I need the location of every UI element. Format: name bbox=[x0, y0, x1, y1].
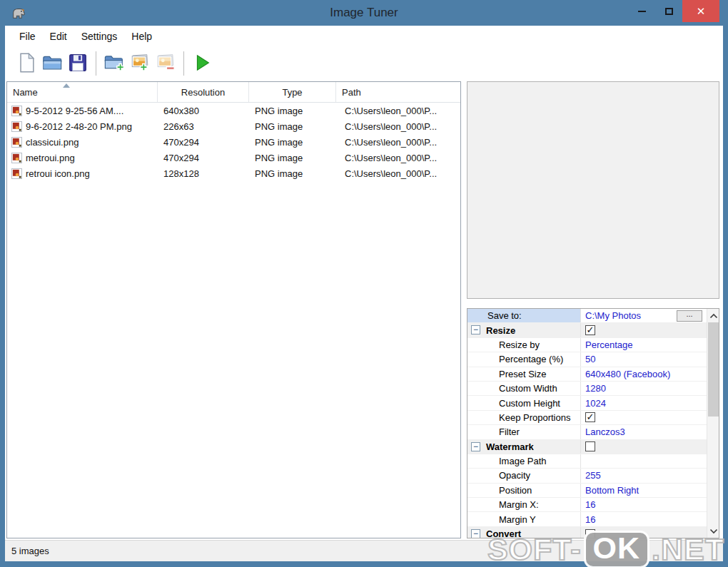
file-path: C:\Users\leon_000\P... bbox=[336, 137, 460, 148]
property-value[interactable]: 1024 bbox=[585, 398, 606, 409]
property-row-save-to[interactable]: Save to:C:\My Photos... bbox=[467, 309, 707, 323]
checkbox[interactable] bbox=[585, 441, 595, 451]
table-row[interactable]: 9-6-2012 2-48-20 PM.png226x63PNG imageC:… bbox=[7, 118, 460, 134]
image-file-icon bbox=[11, 168, 22, 179]
property-row-watermark[interactable]: −Watermark bbox=[467, 440, 707, 454]
file-path: C:\Users\leon_000\P... bbox=[336, 121, 460, 132]
property-row-percentage[interactable]: Percentage (%)50 bbox=[467, 352, 707, 367]
collapse-toggle-icon[interactable]: − bbox=[471, 442, 480, 451]
property-value[interactable]: 1280 bbox=[585, 383, 606, 394]
checkbox[interactable]: ✓ bbox=[585, 412, 595, 422]
checkbox[interactable] bbox=[585, 529, 595, 538]
toolbar bbox=[5, 47, 723, 80]
collapse-toggle-icon[interactable]: − bbox=[471, 529, 480, 538]
property-label: Filter bbox=[499, 426, 520, 437]
column-header-path[interactable]: Path bbox=[336, 82, 460, 102]
property-value[interactable]: 16 bbox=[585, 499, 595, 510]
window-title: Image Tuner bbox=[0, 6, 728, 20]
scroll-up-icon[interactable] bbox=[707, 310, 719, 322]
property-row-filter[interactable]: FilterLanczos3 bbox=[467, 425, 707, 439]
properties-scrollbar[interactable] bbox=[707, 309, 719, 538]
file-name: 9-6-2012 2-48-20 PM.png bbox=[26, 121, 132, 132]
property-value[interactable]: Bottom Right bbox=[585, 485, 639, 496]
property-label: Percentage (%) bbox=[499, 354, 563, 364]
property-value[interactable]: 16 bbox=[585, 514, 595, 525]
minimize-button[interactable] bbox=[628, 0, 655, 22]
file-name: metroui.png bbox=[26, 153, 75, 163]
close-button[interactable]: ✕ bbox=[682, 0, 719, 22]
property-value[interactable]: 255 bbox=[585, 470, 601, 481]
run-icon bbox=[191, 52, 213, 76]
properties-rows: Save to:C:\My Photos...−Resize✓Resize by… bbox=[467, 309, 707, 538]
property-row-convert[interactable]: −Convert bbox=[467, 527, 707, 538]
close-icon: ✕ bbox=[697, 6, 706, 16]
browse-button[interactable]: ... bbox=[677, 310, 702, 322]
property-row-preset-size[interactable]: Preset Size640x480 (Facebook) bbox=[467, 367, 707, 382]
menu-bar: FileEditSettingsHelp bbox=[5, 26, 723, 47]
table-row[interactable]: retroui icon.png128x128PNG imageC:\Users… bbox=[7, 165, 460, 181]
property-value[interactable]: Percentage bbox=[585, 339, 633, 350]
new-file-button[interactable] bbox=[14, 51, 39, 76]
property-row-keep-proportions[interactable]: Keep Proportions✓ bbox=[467, 411, 707, 425]
property-label: Position bbox=[499, 485, 532, 496]
file-resolution: 128x128 bbox=[158, 168, 249, 179]
property-row-resize-by[interactable]: Resize byPercentage bbox=[467, 338, 707, 352]
column-header-type[interactable]: Type bbox=[249, 82, 336, 102]
property-label: Image Path bbox=[499, 456, 547, 466]
run-button[interactable] bbox=[189, 51, 215, 76]
remove-image-button[interactable] bbox=[153, 51, 178, 76]
file-resolution: 640x380 bbox=[158, 106, 249, 116]
property-value[interactable]: 640x480 (Facebook) bbox=[585, 369, 670, 379]
property-row-opacity[interactable]: Opacity255 bbox=[467, 469, 707, 483]
column-header-resolution[interactable]: Resolution bbox=[158, 82, 249, 102]
property-row-margin-y[interactable]: Margin Y16 bbox=[467, 512, 707, 526]
image-file-icon bbox=[11, 106, 22, 116]
open-folder-icon bbox=[41, 52, 63, 76]
collapse-toggle-icon[interactable]: − bbox=[471, 325, 480, 334]
title-bar[interactable]: Image Tuner ✕ bbox=[0, 0, 728, 26]
property-row-custom-height[interactable]: Custom Height1024 bbox=[467, 396, 707, 410]
property-value[interactable]: C:\My Photos bbox=[585, 310, 641, 321]
property-row-margin-x[interactable]: Margin X:16 bbox=[467, 498, 707, 512]
file-name: classicui.png bbox=[26, 137, 79, 148]
property-label: Resize by bbox=[499, 339, 540, 350]
status-bar: 5 images bbox=[5, 540, 723, 561]
checkbox[interactable]: ✓ bbox=[585, 325, 595, 335]
add-image-button[interactable] bbox=[127, 51, 153, 76]
maximize-icon bbox=[665, 8, 673, 15]
toolbar-separator bbox=[96, 51, 96, 76]
file-resolution: 226x63 bbox=[158, 121, 249, 132]
app-window: Image Tuner ✕ FileEditSettingsHelp NameR… bbox=[0, 0, 728, 567]
property-row-resize[interactable]: −Resize✓ bbox=[467, 323, 707, 337]
file-path: C:\Users\leon_000\P... bbox=[336, 168, 460, 179]
scroll-down-icon[interactable] bbox=[707, 525, 719, 537]
new-file-icon bbox=[16, 52, 37, 76]
save-button[interactable] bbox=[65, 51, 91, 76]
open-folder-button[interactable] bbox=[39, 51, 65, 76]
table-row[interactable]: metroui.png470x294PNG imageC:\Users\leon… bbox=[7, 150, 460, 165]
add-folder-icon bbox=[103, 52, 125, 76]
property-label: Resize bbox=[486, 325, 515, 336]
image-file-icon bbox=[11, 137, 22, 148]
scrollbar-thumb[interactable] bbox=[708, 322, 719, 417]
file-name: retroui icon.png bbox=[26, 168, 90, 179]
property-label: Margin X: bbox=[499, 499, 539, 510]
add-folder-button[interactable] bbox=[101, 51, 127, 76]
property-label: Keep Proportions bbox=[499, 412, 570, 423]
menu-settings[interactable]: Settings bbox=[74, 28, 125, 45]
remove-image-icon bbox=[155, 52, 176, 76]
property-row-position[interactable]: PositionBottom Right bbox=[467, 484, 707, 498]
menu-edit[interactable]: Edit bbox=[43, 28, 74, 45]
table-row[interactable]: classicui.png470x294PNG imageC:\Users\le… bbox=[7, 134, 460, 150]
menu-help[interactable]: Help bbox=[124, 28, 159, 45]
property-value[interactable]: 50 bbox=[585, 354, 595, 364]
property-label: Preset Size bbox=[499, 369, 546, 379]
property-row-image-path[interactable]: Image Path bbox=[467, 454, 707, 469]
maximize-button[interactable] bbox=[655, 0, 682, 22]
property-value[interactable]: Lanczos3 bbox=[585, 426, 625, 437]
menu-file[interactable]: File bbox=[12, 28, 43, 45]
image-file-icon bbox=[11, 121, 22, 132]
column-header-name[interactable]: Name bbox=[7, 82, 158, 102]
table-row[interactable]: 9-5-2012 9-25-56 AM....640x380PNG imageC… bbox=[7, 103, 460, 118]
property-row-custom-width[interactable]: Custom Width1280 bbox=[467, 382, 707, 396]
